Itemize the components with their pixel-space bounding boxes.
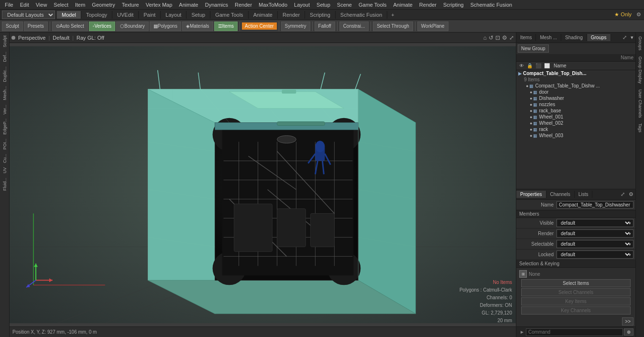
gear-icon[interactable]: ⚙ xyxy=(633,11,644,19)
select-items-button[interactable]: Select Items xyxy=(521,279,631,287)
viewport-area[interactable]: Perspective | Default | Ray GL: Off ⌂ ↺ … xyxy=(10,33,516,337)
mode-tab-paint[interactable]: Paint xyxy=(139,11,161,19)
viewport-canvas[interactable]: No Items Polygons : Catmull-Clark Channe… xyxy=(10,43,516,326)
vertices-button[interactable]: ◦ Vertices xyxy=(89,22,115,31)
materials-button[interactable]: ◈ Materials xyxy=(182,22,213,31)
viewport-settings-icon[interactable]: ⚙ xyxy=(502,34,507,41)
key-channels-button[interactable]: Key Channels xyxy=(521,306,631,315)
menu-view[interactable]: View xyxy=(33,1,50,8)
menu-schematic[interactable]: Schematic Fusion xyxy=(468,1,515,8)
edge-tab-groups[interactable]: Groups xyxy=(637,33,644,54)
auto-select-button[interactable]: ⊙ Auto Select xyxy=(52,22,88,31)
menu-scripting[interactable]: Scripting xyxy=(440,1,467,8)
left-tab-duplic[interactable]: Duplic... xyxy=(1,65,8,84)
mode-tab-schematic[interactable]: Schematic Fusion xyxy=(336,11,387,19)
edge-tab-user-channels[interactable]: User Channels xyxy=(637,87,644,121)
visible-select-wrap[interactable]: default ▾ xyxy=(557,219,633,227)
menu-item[interactable]: Item xyxy=(72,1,88,8)
tree-item-0[interactable]: ● ▦ Compact_Table_Top_Dishw ... xyxy=(516,83,635,89)
menu-dynamics[interactable]: Dynamics xyxy=(202,1,231,8)
tree-item-3[interactable]: ● ▦ nozzles xyxy=(516,101,635,108)
tree-item-6[interactable]: ● ▦ Wheel_002 xyxy=(516,120,635,126)
selectable-select[interactable]: default xyxy=(559,241,631,247)
selectable-select-wrap[interactable]: default ▾ xyxy=(557,240,633,248)
key-items-button[interactable]: Key Items xyxy=(521,297,631,305)
select-channels-button[interactable]: Select Channels xyxy=(521,288,631,296)
mode-tab-scripting[interactable]: Scripting xyxy=(305,11,336,19)
expand-panel-icon[interactable]: ⤢ xyxy=(621,33,629,42)
render-select-wrap[interactable]: default ▾ xyxy=(557,229,633,238)
tab-items[interactable]: Items xyxy=(516,34,536,41)
menu-vertexmap[interactable]: Vertex Map xyxy=(143,1,175,8)
render-select[interactable]: default xyxy=(559,230,631,237)
left-tab-fluid[interactable]: Fluid... xyxy=(1,176,8,193)
locked-select-wrap[interactable]: default ▾ xyxy=(557,250,633,259)
menu-gametools[interactable]: Game Tools xyxy=(356,1,390,8)
left-tab-uv[interactable]: UV xyxy=(1,165,8,175)
tree-item-5[interactable]: ● ▦ Wheel_001 xyxy=(516,114,635,120)
menu-render2[interactable]: Render xyxy=(416,1,439,8)
viewport-expand-icon[interactable]: ⤢ xyxy=(509,34,514,41)
lock-icon[interactable]: 🔒 xyxy=(526,63,534,69)
tree-group-root[interactable]: ▶ Compact_Table_Top_Dish... xyxy=(516,70,635,76)
mode-tab-animate[interactable]: Animate xyxy=(249,11,278,19)
left-tab-ver[interactable]: Ver... xyxy=(1,103,8,117)
mode-tab-topology[interactable]: Topology xyxy=(81,11,112,19)
menu-render[interactable]: Render xyxy=(232,1,255,8)
visible-select[interactable]: default xyxy=(559,220,631,226)
constraints-button[interactable]: Constrai... xyxy=(339,22,369,31)
menu-select[interactable]: Select xyxy=(51,1,71,8)
left-tab-poly[interactable]: POI... xyxy=(1,137,8,152)
presets-button[interactable]: Presets xyxy=(24,22,48,31)
select-through-button[interactable]: Select Through xyxy=(373,22,413,31)
left-tab-def[interactable]: Def... xyxy=(1,50,8,64)
new-group-button[interactable]: New Group xyxy=(518,44,549,53)
tree-item-1[interactable]: ● ▦ door xyxy=(516,89,635,95)
add-layout-tab-button[interactable]: + xyxy=(387,11,398,19)
prop-tab-lists[interactable]: Lists xyxy=(575,191,593,198)
menu-texture[interactable]: Texture xyxy=(119,1,142,8)
menu-edit[interactable]: Edit xyxy=(17,1,32,8)
select-icon[interactable]: ⬜ xyxy=(543,63,551,69)
mode-tab-uvedit[interactable]: UVEdit xyxy=(112,11,139,19)
tab-shading[interactable]: Shading xyxy=(561,34,587,41)
left-tab-cu[interactable]: Cu... xyxy=(1,152,8,165)
sculpt-button[interactable]: Sculpt xyxy=(2,22,23,31)
left-tab-sculpt[interactable]: Sculpt xyxy=(1,33,8,49)
action-arrow-button[interactable]: >> xyxy=(622,317,633,326)
menu-file[interactable]: File xyxy=(2,1,16,8)
render-icon[interactable]: ⬛ xyxy=(535,63,542,69)
tree-item-7[interactable]: ● ▦ rack xyxy=(516,126,635,132)
boundary-button[interactable]: ⬡ Boundary xyxy=(116,22,149,31)
menu-scene[interactable]: Scene xyxy=(334,1,355,8)
menu-geometry[interactable]: Geometry xyxy=(89,1,118,8)
items-button[interactable]: ☰ Items xyxy=(214,22,238,31)
command-input[interactable] xyxy=(526,328,623,336)
tree-item-2[interactable]: ● ▦ Dishwasher xyxy=(516,95,635,101)
mode-tab-gametools[interactable]: Game Tools xyxy=(210,11,249,19)
menu-maxtomodo[interactable]: MaxToModo xyxy=(256,1,290,8)
viewport-refresh-icon[interactable]: ↺ xyxy=(489,34,493,41)
menu-animate2[interactable]: Animate xyxy=(391,1,415,8)
locked-select[interactable]: default xyxy=(559,251,631,258)
prop-tab-properties[interactable]: Properties xyxy=(516,191,546,198)
menu-layout[interactable]: Layout xyxy=(291,1,313,8)
mode-tab-model[interactable]: Model xyxy=(57,11,81,19)
polygons-button[interactable]: ▦ Polygons xyxy=(150,22,181,31)
viewport-home-icon[interactable]: ⌂ xyxy=(483,34,487,41)
symmetry-button[interactable]: Symmetry xyxy=(281,22,310,31)
mode-tab-setup[interactable]: Setup xyxy=(186,11,210,19)
mode-tab-render[interactable]: Render xyxy=(278,11,305,19)
menu-animate[interactable]: Animate xyxy=(176,1,201,8)
left-tab-edge[interactable]: EdgeP... xyxy=(1,117,8,136)
workplane-button[interactable]: WorkPlane xyxy=(417,22,448,31)
prop-tab-channels[interactable]: Channels xyxy=(546,191,575,198)
panel-options-icon[interactable]: ▾ xyxy=(629,33,635,42)
falloff-button[interactable]: Falloff xyxy=(315,22,335,31)
menu-setup[interactable]: Setup xyxy=(314,1,333,8)
viewport-zoom-fit-icon[interactable]: ⊡ xyxy=(495,34,500,41)
mode-tab-layout[interactable]: Layout xyxy=(161,11,186,19)
tree-item-8[interactable]: ● ▦ Wheel_003 xyxy=(516,132,635,139)
command-submit-button[interactable]: ⊕ xyxy=(624,328,633,336)
edge-tab-tags[interactable]: Tags xyxy=(637,120,644,135)
